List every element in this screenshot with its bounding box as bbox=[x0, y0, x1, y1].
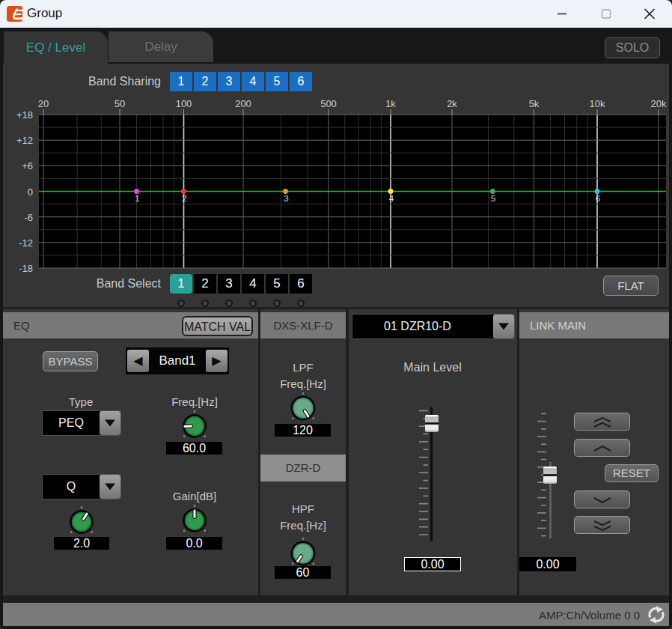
svg-text:2: 2 bbox=[182, 194, 186, 203]
svg-text:1: 1 bbox=[135, 194, 139, 203]
svg-text:3: 3 bbox=[284, 194, 288, 203]
svg-text:4: 4 bbox=[389, 194, 394, 203]
svg-text:5: 5 bbox=[491, 194, 495, 203]
svg-text:6: 6 bbox=[596, 194, 600, 203]
